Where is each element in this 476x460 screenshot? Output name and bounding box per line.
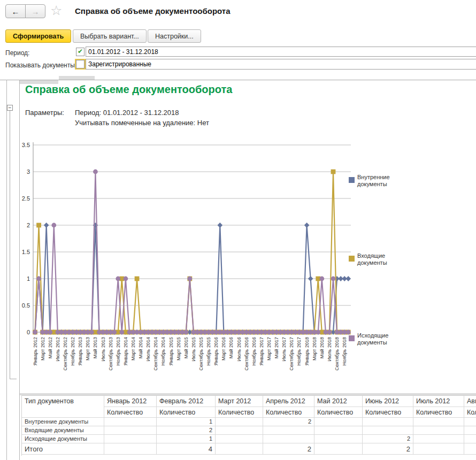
table-cell xyxy=(216,418,263,426)
nav-buttons: ← → xyxy=(5,4,45,18)
row-label: Входящие документы xyxy=(22,426,104,435)
svg-text:Май 2014: Май 2014 xyxy=(138,337,143,358)
table-cell xyxy=(464,443,476,455)
svg-text:Сентябрь 2014: Сентябрь 2014 xyxy=(153,337,158,371)
legend-entry: Внутренние документы xyxy=(349,173,400,188)
table-cell xyxy=(413,443,464,455)
table-cell xyxy=(464,435,476,443)
svg-text:Январь 2014: Январь 2014 xyxy=(123,337,128,365)
table-cell xyxy=(104,443,157,455)
svg-text:Январь 2013: Январь 2013 xyxy=(78,337,83,365)
table-cell: 1 xyxy=(157,418,216,426)
svg-text:Май 2018: Май 2018 xyxy=(319,337,325,358)
table-row: Итого422 xyxy=(22,443,476,455)
document-volume-table: Тип документовЯнварь 2012КоличествоФевра… xyxy=(21,395,476,456)
report-top-border xyxy=(0,80,476,80)
svg-text:Март 2012: Март 2012 xyxy=(40,337,45,361)
params-label: Параметры: xyxy=(25,109,64,117)
svg-text:Март 2015: Март 2015 xyxy=(176,337,181,361)
table-row: Внутренние документы12 xyxy=(22,418,476,426)
table-cell xyxy=(263,426,314,435)
svg-text:Январь 2016: Январь 2016 xyxy=(213,337,219,365)
column-subheader: Количество xyxy=(216,407,263,418)
column-subheader: Количество xyxy=(104,407,157,418)
svg-text:Май 2012: Май 2012 xyxy=(48,337,53,358)
month-column-header: Май 2012Количество xyxy=(314,396,363,418)
legend-label: Внутренние документы xyxy=(357,174,400,188)
row-label: Итого xyxy=(22,443,104,455)
period-input[interactable] xyxy=(86,47,476,57)
svg-text:Март 2017: Март 2017 xyxy=(266,337,272,361)
table-header-row: Тип документовЯнварь 2012КоличествоФевра… xyxy=(22,396,476,418)
table-cell xyxy=(104,418,157,426)
svg-text:Март 2018: Март 2018 xyxy=(312,337,317,361)
svg-text:Июль 2013: Июль 2013 xyxy=(101,337,106,361)
column-header: Апрель 2012 xyxy=(263,396,314,407)
svg-text:Июль 2015: Июль 2015 xyxy=(191,337,196,361)
table-row: Исходящие документы12 xyxy=(22,435,476,443)
table-cell: 1 xyxy=(157,435,216,443)
generate-button[interactable]: Сформировать xyxy=(5,29,71,43)
show-documents-input[interactable] xyxy=(86,59,476,70)
legend-swatch-icon xyxy=(349,177,355,183)
table-cell xyxy=(104,426,157,435)
column-subheader: Количество xyxy=(363,407,413,418)
show-documents-checkbox[interactable] xyxy=(76,60,85,68)
svg-text:Ноябрь 2015: Ноябрь 2015 xyxy=(206,337,211,366)
table-cell: 2 xyxy=(363,435,413,443)
month-column-header: Июнь 2012Количество xyxy=(363,396,413,418)
column-header: Май 2012 xyxy=(314,396,363,407)
table-cell xyxy=(413,435,464,443)
svg-text:Ноябрь 2018: Ноябрь 2018 xyxy=(342,337,347,366)
period-checkbox[interactable]: ✔ xyxy=(76,48,85,56)
svg-text:Сентябрь 2017: Сентябрь 2017 xyxy=(289,337,294,371)
svg-text:Март 2016: Март 2016 xyxy=(221,337,226,361)
page-title: Справка об объеме документооборота xyxy=(75,6,231,16)
svg-text:Ноябрь 2014: Ноябрь 2014 xyxy=(160,337,166,366)
collapse-group-button[interactable]: − xyxy=(7,105,13,111)
table-cell xyxy=(216,426,263,435)
svg-text:Сентябрь 2015: Сентябрь 2015 xyxy=(198,337,204,371)
table-cell xyxy=(413,426,464,435)
svg-text:Июль 2018: Июль 2018 xyxy=(327,337,332,361)
table-cell xyxy=(314,426,363,435)
back-icon[interactable]: ← xyxy=(5,4,26,18)
svg-text:Ноябрь 2016: Ноябрь 2016 xyxy=(251,337,257,366)
choose-variant-button[interactable]: Выбрать вариант... xyxy=(73,29,147,43)
show-documents-label: Показывать документы: xyxy=(5,62,76,69)
table-cell xyxy=(314,418,363,426)
svg-text:Январь 2012: Январь 2012 xyxy=(33,337,38,365)
table-cell: 2 xyxy=(157,426,216,435)
svg-text:Июль 2012: Июль 2012 xyxy=(55,337,60,361)
column-header: Тип документов xyxy=(22,396,104,418)
table-cell xyxy=(413,418,464,426)
row-label: Исходящие документы xyxy=(22,435,104,443)
table-cell xyxy=(464,426,476,435)
table-cell xyxy=(314,443,363,455)
svg-text:1: 1 xyxy=(27,275,30,282)
svg-text:Июль 2017: Июль 2017 xyxy=(281,337,287,361)
table-cell xyxy=(263,435,314,443)
column-subheader: Количество xyxy=(464,407,476,418)
svg-text:Май 2017: Май 2017 xyxy=(274,337,279,358)
table-cell xyxy=(363,426,413,435)
column-subheader: Количество xyxy=(314,407,363,418)
svg-text:Июль 2016: Июль 2016 xyxy=(236,337,242,361)
svg-text:Сентябрь 2013: Сентябрь 2013 xyxy=(108,337,113,371)
svg-text:Сентябрь 2016: Сентябрь 2016 xyxy=(244,337,249,371)
legend-entry: Исходящие документы xyxy=(349,332,400,346)
param-period: Период: 01.01.2012 - 31.12.2018 xyxy=(75,109,179,117)
svg-text:1.5: 1.5 xyxy=(22,249,30,255)
table-cell xyxy=(216,443,263,455)
month-column-header: Март 2012Количество xyxy=(216,396,263,418)
legend-entry: Входящие документы xyxy=(349,252,400,266)
settings-button[interactable]: Настройки... xyxy=(148,29,201,43)
favorite-star-icon[interactable]: ☆ xyxy=(47,2,65,19)
table-cell: 2 xyxy=(363,443,413,455)
period-label: Период: xyxy=(5,49,29,57)
svg-text:Март 2014: Март 2014 xyxy=(130,337,136,361)
report-title: Справка об объеме документооборота xyxy=(25,83,232,96)
table-cell xyxy=(464,418,476,426)
forward-icon[interactable]: → xyxy=(25,4,45,18)
svg-text:Май 2016: Май 2016 xyxy=(228,337,234,358)
